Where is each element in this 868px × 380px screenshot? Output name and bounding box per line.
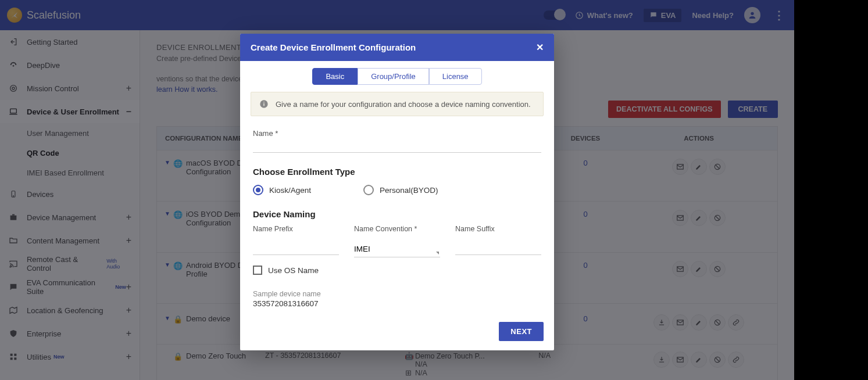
name-prefix-input[interactable]	[253, 245, 339, 255]
sample-name-label: Sample device name	[253, 290, 541, 298]
create-config-modal: Create Device Enrollment Configuration ✕…	[240, 34, 554, 350]
tab-license[interactable]: License	[429, 68, 482, 85]
modal-overlay: Create Device Enrollment Configuration ✕…	[0, 0, 794, 380]
next-button[interactable]: NEXT	[499, 322, 544, 341]
tab-group-profile[interactable]: Group/Profile	[358, 68, 429, 85]
modal-tabs: Basic Group/Profile License	[240, 61, 554, 91]
radio-kiosk-agent[interactable]: Kiosk/Agent	[253, 185, 311, 195]
name-prefix-label: Name Prefix	[253, 225, 339, 233]
info-banner: Give a name for your configuration and c…	[251, 92, 544, 116]
close-icon[interactable]: ✕	[536, 42, 544, 53]
enrollment-type-title: Choose Enrollment Type	[253, 167, 541, 177]
name-suffix-input[interactable]	[455, 245, 541, 255]
name-suffix-label: Name Suffix	[455, 225, 541, 233]
modal-title: Create Device Enrollment Configuration	[251, 42, 416, 52]
modal-header: Create Device Enrollment Configuration ✕	[240, 34, 554, 61]
svg-rect-20	[263, 103, 264, 106]
checkbox-icon	[253, 266, 262, 275]
config-name-input[interactable]	[253, 138, 541, 153]
device-naming-title: Device Naming	[253, 209, 541, 219]
name-convention-select[interactable]: IMEI	[354, 245, 440, 257]
info-icon	[259, 99, 269, 109]
name-convention-label: Name Convention *	[354, 225, 440, 233]
svg-rect-21	[263, 102, 264, 102]
sample-name-value: 353572081316607	[253, 299, 541, 308]
name-label: Name *	[253, 129, 541, 138]
tab-basic[interactable]: Basic	[312, 68, 358, 85]
chevron-down-icon	[436, 252, 439, 254]
use-os-name-checkbox[interactable]: Use OS Name	[253, 266, 541, 275]
radio-personal-byod[interactable]: Personal(BYOD)	[363, 185, 438, 195]
